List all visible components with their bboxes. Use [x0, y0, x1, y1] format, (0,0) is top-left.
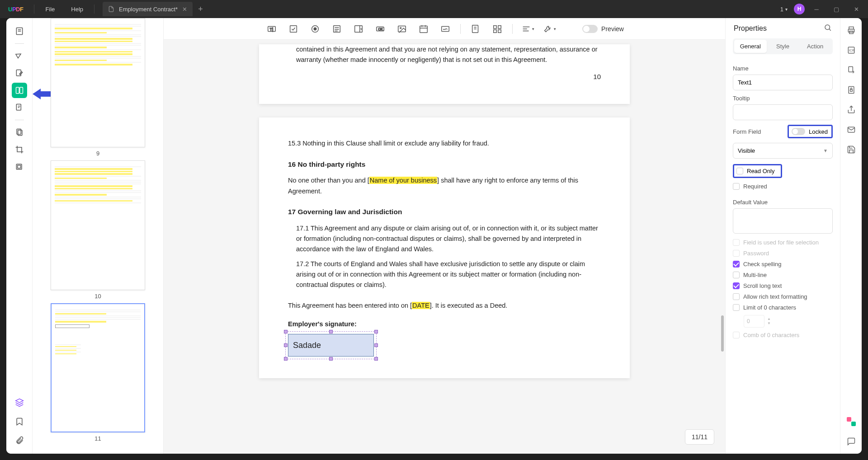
document-area: T| OK ▾ ▾ Preview contained in this Agre…	[164, 18, 725, 454]
default-value-input[interactable]	[733, 208, 833, 234]
tab-action[interactable]: Action	[799, 40, 831, 53]
attachment-tool[interactable]	[12, 433, 27, 448]
date-field-icon[interactable]	[417, 22, 430, 36]
dropdown-icon[interactable]	[352, 22, 365, 36]
required-checkbox[interactable]	[733, 183, 740, 190]
protect-icon[interactable]	[845, 84, 857, 96]
form-tool[interactable]	[12, 83, 27, 98]
svg-rect-6	[16, 104, 21, 110]
scroll-checkbox[interactable]	[733, 282, 740, 289]
tab-style[interactable]: Style	[767, 40, 799, 53]
resize-handle[interactable]	[374, 343, 378, 347]
preview-toggle[interactable]: Preview	[582, 25, 624, 33]
align-icon[interactable]: ▾	[521, 22, 534, 36]
user-avatar[interactable]: H	[794, 4, 805, 14]
page-dropdown[interactable]: 1 ▾	[778, 6, 790, 13]
name-input[interactable]	[733, 75, 833, 90]
listbox-icon[interactable]	[330, 22, 344, 36]
ai-icon[interactable]	[845, 416, 857, 427]
multiline-checkbox[interactable]	[733, 272, 740, 278]
stepper-down-icon[interactable]: ▼	[767, 322, 771, 325]
share-icon[interactable]	[845, 104, 857, 116]
tab-general[interactable]: General	[734, 40, 767, 53]
readonly-callout: Read Only	[733, 164, 782, 178]
convert-icon[interactable]	[845, 64, 857, 76]
svg-rect-52	[849, 87, 854, 94]
paragraph-171: 17.1 This Agreement and any dispute or c…	[288, 223, 601, 255]
resize-handle[interactable]	[329, 357, 333, 361]
heading-17: 17 Governing law and Jurisdiction	[288, 207, 601, 218]
limit-input[interactable]	[744, 315, 764, 328]
form-recognize-icon[interactable]	[469, 22, 482, 36]
limit-checkbox[interactable]	[733, 304, 740, 311]
print-icon[interactable]	[845, 24, 857, 36]
resize-handle[interactable]	[374, 330, 378, 333]
resize-handle[interactable]	[284, 357, 288, 361]
svg-line-45	[829, 29, 831, 31]
document-scroll[interactable]: contained in this Agreement and that you…	[164, 40, 725, 454]
scrollbar-thumb[interactable]	[721, 315, 724, 352]
properties-title: Properties	[734, 24, 767, 33]
thumbnail-page-11[interactable]: 11	[51, 303, 145, 442]
comment-tool[interactable]	[12, 48, 27, 64]
thumbnail-page-9[interactable]: 9	[51, 18, 145, 157]
document-tab[interactable]: Employment Contract* ✕	[103, 2, 193, 16]
organize-tool[interactable]	[12, 100, 27, 115]
window-maximize-icon[interactable]: ▢	[828, 0, 844, 18]
stepper-up-icon[interactable]: ▲	[767, 317, 771, 321]
menu-file[interactable]: File	[37, 6, 63, 13]
email-icon[interactable]	[845, 124, 857, 136]
limit-label: Limit of 0 characters	[743, 304, 796, 311]
visibility-select[interactable]: Visible ▼	[733, 143, 833, 159]
preview-label: Preview	[601, 25, 624, 33]
reader-tool[interactable]	[12, 23, 27, 39]
resize-handle[interactable]	[329, 330, 333, 333]
window-minimize-icon[interactable]: ─	[808, 0, 825, 18]
page-tool[interactable]	[12, 125, 27, 140]
locked-switch[interactable]	[792, 128, 805, 135]
resize-handle[interactable]	[374, 357, 378, 361]
thumbnail-panel[interactable]: 9 10 11	[33, 18, 164, 454]
svg-rect-5	[19, 87, 23, 93]
redact-tool[interactable]	[12, 159, 27, 174]
svg-rect-39	[494, 29, 496, 32]
readonly-checkbox[interactable]	[736, 168, 743, 174]
field-value[interactable]: Sadade	[288, 334, 374, 357]
edit-tool[interactable]	[12, 66, 27, 81]
window-close-icon[interactable]: ✕	[848, 0, 864, 18]
tools-icon[interactable]: ▾	[542, 22, 556, 36]
limit-stepper[interactable]: ▲▼	[744, 315, 833, 328]
multi-field-icon[interactable]	[491, 22, 504, 36]
text-field-icon[interactable]: T|	[265, 22, 278, 36]
paragraph-153: 15.3 Nothing in this Clause shall limit …	[288, 138, 601, 149]
search-icon[interactable]	[824, 23, 832, 33]
save-icon[interactable]	[845, 144, 857, 155]
thumbnail-page-10[interactable]: 10	[51, 160, 145, 299]
crop-tool[interactable]	[12, 142, 27, 157]
rich-text-checkbox[interactable]	[733, 293, 740, 300]
spelling-checkbox[interactable]	[733, 261, 740, 268]
layers-tool[interactable]	[12, 395, 27, 410]
button-icon[interactable]: OK	[373, 22, 387, 36]
preview-switch[interactable]	[582, 25, 598, 33]
checkbox-icon[interactable]	[287, 22, 300, 36]
svg-marker-13	[15, 399, 23, 403]
image-field-icon[interactable]	[395, 22, 409, 36]
bookmark-tool[interactable]	[12, 414, 27, 429]
page-indicator[interactable]: 11/11	[685, 429, 714, 445]
resize-handle[interactable]	[284, 343, 288, 347]
svg-text:T|: T|	[270, 27, 274, 31]
tab-close-icon[interactable]: ✕	[182, 6, 187, 13]
tooltip-input[interactable]	[733, 104, 833, 120]
left-sidebar	[6, 18, 33, 454]
resize-handle[interactable]	[284, 330, 288, 333]
thumb-num-10: 10	[51, 293, 145, 300]
signature-field-icon[interactable]	[439, 22, 452, 36]
menu-help[interactable]: Help	[63, 6, 91, 13]
radio-icon[interactable]	[308, 22, 322, 36]
new-tab-button[interactable]: +	[193, 5, 208, 14]
chat-icon[interactable]	[845, 436, 857, 447]
ocr-icon[interactable]: ICR	[845, 44, 857, 56]
svg-rect-51	[849, 67, 853, 72]
signature-form-field[interactable]: Sadade	[288, 334, 374, 357]
